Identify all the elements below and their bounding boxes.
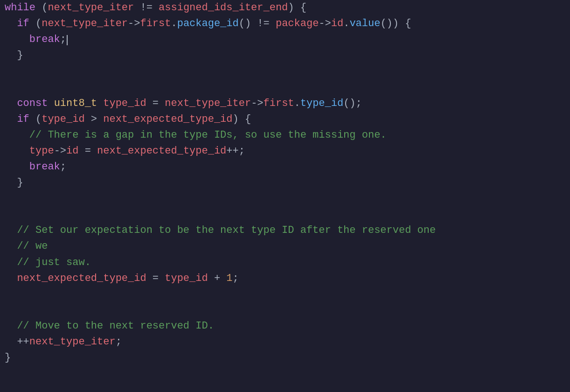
code-line-13 [5, 191, 570, 207]
code-line-2: if (next_type_iter->first.package_id() !… [5, 16, 570, 32]
code-line-21: // Move to the next reserved ID. [5, 318, 570, 334]
code-line-10: type->id = next_expected_type_id++; [5, 143, 570, 159]
code-line-3: break; [5, 32, 570, 48]
code-line-23: } [5, 350, 570, 366]
code-line-15: // Set our expectation to be the next ty… [5, 223, 570, 238]
code-line-11: break; [5, 159, 570, 175]
code-line-5 [5, 63, 570, 79]
code-editor[interactable]: while (next_type_iter != assigned_ids_it… [0, 0, 570, 392]
code-line-18: next_expected_type_id = type_id + 1; [5, 271, 570, 287]
code-line-9: // There is a gap in the type IDs, so us… [5, 127, 570, 143]
code-line-14 [5, 207, 570, 223]
code-line-16: // we [5, 238, 570, 254]
code-line-6 [5, 79, 570, 95]
code-line-8: if (type_id > next_expected_type_id) { [5, 112, 570, 127]
code-line-4: } [5, 48, 570, 63]
code-line-17: // just saw. [5, 255, 570, 271]
code-line-22: ++next_type_iter; [5, 334, 570, 350]
code-line-7: const uint8_t type_id = next_type_iter->… [5, 96, 570, 112]
code-line-20 [5, 302, 570, 318]
code-line-12: } [5, 175, 570, 191]
code-line-1: while (next_type_iter != assigned_ids_it… [5, 0, 570, 16]
code-line-19 [5, 287, 570, 302]
